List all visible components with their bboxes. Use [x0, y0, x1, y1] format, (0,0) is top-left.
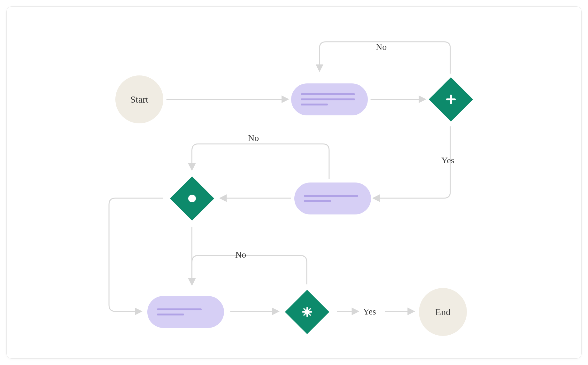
decision-node-2 [170, 176, 214, 221]
process-node-1 [291, 83, 368, 115]
placeholder-line [157, 308, 202, 310]
edge-decision1-yes [374, 126, 451, 198]
placeholder-line [301, 104, 328, 105]
edge-label-d3-yes: Yes [363, 307, 376, 317]
edge-label-d2-no: No [248, 133, 259, 143]
burst-icon [301, 306, 313, 318]
flowchart-canvas: Start [6, 6, 582, 359]
start-label: Start [130, 94, 149, 105]
placeholder-line [301, 98, 355, 100]
edge-decision3-no [192, 256, 307, 284]
edge-loop-left [109, 198, 163, 311]
svg-point-2 [188, 195, 196, 202]
placeholder-line [304, 195, 358, 197]
start-node: Start [115, 75, 163, 123]
edge-label-d1-no: No [376, 42, 387, 52]
circle-icon [187, 194, 197, 203]
edge-decision2-no [192, 144, 329, 179]
placeholder-line [304, 200, 331, 202]
placeholder-line [301, 93, 355, 95]
decision-node-3 [285, 290, 329, 334]
plus-icon [445, 94, 456, 105]
placeholder-line [157, 314, 184, 315]
edge-label-d3-no: No [235, 250, 246, 260]
end-node: End [419, 288, 467, 336]
edge-label-d1-yes: Yes [441, 155, 454, 166]
svg-rect-1 [446, 98, 456, 100]
process-node-3 [147, 296, 224, 328]
process-node-2 [294, 182, 371, 214]
decision-node-1 [429, 77, 473, 122]
end-label: End [435, 307, 451, 317]
